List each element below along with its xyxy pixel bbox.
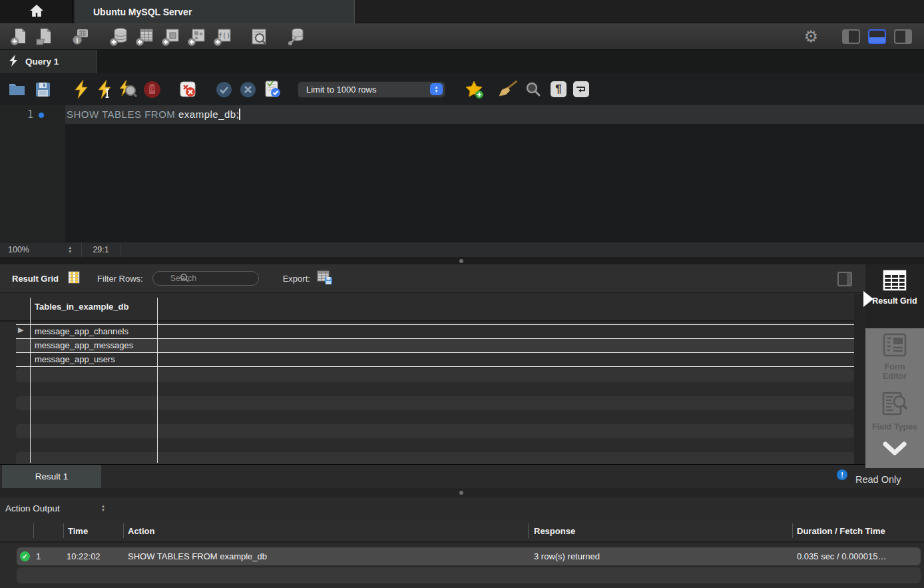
- connection-tab-label: Ubuntu MySQL Server: [93, 7, 192, 17]
- success-check-icon: ✓: [20, 551, 30, 561]
- open-file-icon[interactable]: [8, 80, 27, 99]
- empty-grid-row: [16, 368, 854, 382]
- editor-statusbar: 100% ▲▼ 29:1: [0, 242, 924, 257]
- limit-rows-dropdown[interactable]: Limit to 1000 rows ▲▼: [298, 81, 445, 98]
- sidebar-item-form-editor[interactable]: Form Editor: [865, 333, 924, 381]
- search-icon: [180, 273, 189, 285]
- dropdown-stepper-icon: ▲▼: [430, 83, 443, 95]
- grid-column-header[interactable]: Tables_in_example_db: [35, 302, 128, 312]
- toggle-wrap-icon[interactable]: [573, 81, 589, 97]
- server-admin-icon[interactable]: [286, 26, 307, 47]
- show-invisibles-icon[interactable]: ¶: [551, 81, 567, 97]
- grid-panel-toggle-icon[interactable]: [837, 272, 852, 286]
- table-cell[interactable]: message_app_users: [35, 353, 115, 366]
- commit-icon[interactable]: [214, 80, 233, 99]
- stop-icon[interactable]: [142, 80, 161, 99]
- column-header-response[interactable]: Response: [534, 526, 575, 536]
- sidebar-item-label: Field Types: [871, 422, 918, 432]
- table-row[interactable]: message_app_messages: [16, 339, 854, 352]
- open-document-icon[interactable]: [34, 26, 55, 47]
- cursor-position: 29:1: [93, 245, 109, 254]
- text-caret: [239, 109, 240, 120]
- toggle-left-panel-icon[interactable]: [842, 29, 860, 44]
- result-output-splitter[interactable]: [0, 488, 924, 497]
- table-search-icon[interactable]: [248, 26, 270, 47]
- toggle-right-panel-icon[interactable]: [894, 29, 912, 44]
- new-query-icon[interactable]: [9, 26, 30, 47]
- execute-current-icon[interactable]: [96, 80, 115, 99]
- sidebar-arrow-icon: [863, 291, 873, 307]
- add-snippet-icon[interactable]: [465, 80, 484, 99]
- export-icon[interactable]: [317, 270, 333, 287]
- execute-icon[interactable]: [72, 80, 91, 99]
- home-icon: [29, 4, 44, 20]
- create-table-icon[interactable]: [134, 26, 156, 47]
- result-grid-icon: [883, 270, 907, 294]
- find-icon[interactable]: [524, 80, 543, 99]
- schema-inspector-icon[interactable]: i: [70, 26, 91, 47]
- create-function-icon[interactable]: f(): [212, 26, 234, 47]
- read-only-label: Read Only: [855, 474, 901, 485]
- sql-keywords: SHOW TABLES FROM: [67, 109, 178, 120]
- connection-tab[interactable]: Ubuntu MySQL Server: [75, 0, 355, 23]
- badge-icon: ⚙: [804, 29, 818, 45]
- search-input[interactable]: [152, 271, 259, 286]
- row-index: 1: [36, 547, 41, 565]
- create-schema-icon[interactable]: [109, 26, 130, 47]
- explain-icon[interactable]: [118, 80, 137, 99]
- result-tabbar: [0, 464, 924, 488]
- autocommit-icon[interactable]: [263, 80, 282, 99]
- main-toolbar: i f(): [0, 23, 924, 50]
- export-label: Export:: [283, 274, 310, 284]
- zoom-level: 100%: [8, 245, 29, 254]
- beautify-icon[interactable]: [499, 80, 517, 99]
- stop-on-error-icon[interactable]: [178, 80, 197, 99]
- sidebar-item-label: Result Grid: [871, 296, 918, 306]
- rollback-icon[interactable]: [238, 80, 257, 99]
- editor-result-splitter[interactable]: [0, 257, 924, 264]
- table-row[interactable]: message_app_channels: [16, 325, 854, 338]
- code-line[interactable]: SHOW TABLES FROM example_db;: [67, 105, 240, 124]
- query-tab-label: Query 1: [25, 57, 59, 67]
- current-row-marker-icon: ▶: [18, 326, 23, 334]
- mysql-workbench-window: Ubuntu MySQL Server i f(): [0, 0, 924, 588]
- toolbar-right-group: ⚙: [804, 23, 912, 50]
- result-tab-label: Result 1: [35, 471, 69, 481]
- column-header-time[interactable]: Time: [68, 526, 88, 536]
- query-toolbar: Limit to 1000 rows ▲▼ ¶: [0, 73, 924, 105]
- empty-grid-row: [16, 424, 854, 438]
- result-grid-title: Result Grid: [12, 274, 59, 284]
- sql-identifier: example_db;: [178, 109, 239, 120]
- sidebar-item-field-types[interactable]: Field Types: [865, 392, 924, 432]
- sql-editor[interactable]: [0, 105, 924, 242]
- sidebar-collapse-chevron-icon[interactable]: [883, 441, 907, 460]
- line-number: 1: [0, 105, 33, 124]
- toggle-bottom-panel-icon[interactable]: [868, 29, 886, 44]
- action-output-row[interactable]: ✓ 1 10:22:02 SHOW TABLES FROM example_db…: [17, 547, 921, 565]
- grid-columns-icon[interactable]: [68, 271, 80, 286]
- table-row[interactable]: message_app_users: [16, 353, 854, 366]
- row-time: 10:22:02: [67, 547, 101, 565]
- table-cell[interactable]: message_app_messages: [35, 339, 133, 352]
- result-tab[interactable]: Result 1: [2, 465, 101, 488]
- column-header-action[interactable]: Action: [128, 526, 154, 536]
- row-duration: 0.035 sec / 0.000015…: [797, 547, 886, 565]
- action-output-empty-row: [17, 567, 921, 583]
- filter-rows-label: Filter Rows:: [97, 274, 143, 284]
- create-view-icon[interactable]: [160, 26, 182, 47]
- action-output-selector-icon[interactable]: ▲▼: [101, 504, 105, 513]
- empty-grid-row: [16, 396, 854, 410]
- column-header-duration[interactable]: Duration / Fetch Time: [797, 526, 885, 536]
- query-bolt-icon: [9, 55, 19, 69]
- field-types-icon: [881, 392, 908, 420]
- zoom-stepper-icon[interactable]: ▲▼: [68, 246, 72, 254]
- result-grid-toolbar: Result Grid Filter Rows: Export:: [0, 264, 865, 293]
- home-tab[interactable]: [0, 0, 73, 23]
- sidebar-item-result-grid[interactable]: Result Grid: [865, 264, 924, 328]
- table-cell[interactable]: message_app_channels: [35, 325, 128, 338]
- query-tab[interactable]: Query 1: [0, 50, 97, 73]
- create-procedure-icon[interactable]: [186, 26, 208, 47]
- save-icon[interactable]: [33, 80, 52, 99]
- row-action: SHOW TABLES FROM example_db: [128, 547, 267, 565]
- read-only-icon: !: [837, 469, 847, 480]
